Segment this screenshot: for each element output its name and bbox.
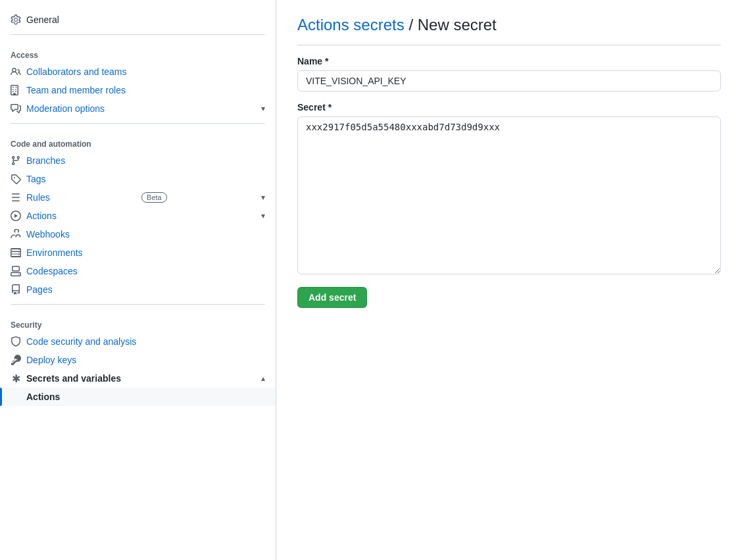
- sidebar-deploy-keys-label: Deploy keys: [26, 355, 76, 365]
- sidebar-item-rules[interactable]: Rules Beta ▾: [0, 188, 276, 207]
- server-icon: [11, 247, 21, 258]
- secret-label: Secret *: [297, 102, 721, 113]
- sidebar-item-secrets-variables[interactable]: ✱ Secrets and variables ▴: [0, 369, 276, 388]
- sidebar-item-pages[interactable]: Pages: [0, 280, 276, 299]
- name-input[interactable]: [297, 70, 721, 91]
- sidebar-item-codespaces[interactable]: Codespaces: [0, 262, 276, 280]
- webhook-icon: [11, 229, 21, 240]
- sidebar-item-branches[interactable]: Branches: [0, 151, 276, 170]
- secrets-chevron-icon: ▴: [261, 374, 265, 383]
- rules-icon: [11, 192, 21, 203]
- comment-icon: [11, 103, 21, 114]
- sidebar-environments-label: Environments: [26, 247, 83, 258]
- sidebar-item-environments[interactable]: Environments: [0, 243, 276, 262]
- beta-badge: Beta: [141, 192, 167, 203]
- secret-form-group: Secret * xxx2917f05d5a55480xxxabd7d73d9d…: [297, 102, 721, 276]
- sidebar-actions-sub-label: Actions: [26, 392, 60, 402]
- sidebar-item-tags[interactable]: Tags: [0, 170, 276, 188]
- branch-icon: [11, 155, 21, 166]
- sidebar-pages-label: Pages: [26, 284, 53, 295]
- sidebar-branches-label: Branches: [26, 155, 65, 166]
- sidebar-code-automation-section: Code and automation: [0, 129, 276, 151]
- sidebar-item-collaborators[interactable]: Collaborators and teams: [0, 63, 276, 81]
- page-title: Actions secrets / New secret: [297, 16, 721, 45]
- sidebar-security-section: Security: [0, 310, 276, 332]
- rules-chevron-icon: ▾: [261, 193, 265, 202]
- sidebar-item-webhooks[interactable]: Webhooks: [0, 225, 276, 243]
- secret-textarea[interactable]: xxx2917f05d5a55480xxxabd7d73d9d9xxx: [297, 116, 721, 274]
- breadcrumb-separator: / New secret: [408, 16, 496, 34]
- sidebar-divider-2: [11, 123, 265, 124]
- moderation-chevron-icon: ▾: [261, 104, 265, 113]
- gear-icon: [11, 14, 21, 25]
- organization-icon: [11, 85, 21, 95]
- sidebar-access-section: Access: [0, 40, 276, 63]
- shield-icon: [11, 336, 21, 347]
- tag-icon: [11, 174, 21, 184]
- sidebar-code-security-label: Code security and analysis: [26, 336, 136, 347]
- name-form-group: Name *: [297, 56, 721, 91]
- sidebar-tags-label: Tags: [26, 174, 46, 184]
- actions-chevron-icon: ▾: [261, 211, 265, 220]
- sidebar-item-moderation[interactable]: Moderation options ▾: [0, 99, 276, 118]
- main-content: Actions secrets / New secret Name * Secr…: [276, 0, 742, 560]
- sidebar-item-actions-sub[interactable]: Actions: [0, 388, 276, 406]
- breadcrumb-link[interactable]: Actions secrets: [297, 16, 405, 34]
- sidebar-item-code-security[interactable]: Code security and analysis: [0, 332, 276, 351]
- add-secret-button[interactable]: Add secret: [297, 287, 367, 308]
- pages-icon: [11, 284, 21, 295]
- sidebar-rules-label: Rules: [26, 192, 50, 203]
- people-icon: [11, 66, 21, 77]
- sidebar-general-label: General: [26, 14, 59, 25]
- asterisk-icon: ✱: [11, 373, 21, 384]
- sidebar-team-roles-label: Team and member roles: [26, 85, 126, 95]
- sidebar-divider-3: [11, 304, 265, 305]
- sidebar-collaborators-label: Collaborators and teams: [26, 66, 127, 77]
- sidebar-item-actions[interactable]: Actions ▾: [0, 207, 276, 225]
- sidebar-item-deploy-keys[interactable]: Deploy keys: [0, 351, 276, 369]
- sidebar-moderation-label: Moderation options: [26, 103, 105, 114]
- sidebar-item-team-roles[interactable]: Team and member roles: [0, 81, 276, 99]
- sidebar-secrets-variables-label: Secrets and variables: [26, 373, 121, 384]
- sidebar-codespaces-label: Codespaces: [26, 266, 78, 276]
- sidebar-divider-1: [11, 34, 265, 35]
- codespaces-icon: [11, 266, 21, 276]
- sidebar-actions-label: Actions: [26, 211, 57, 221]
- active-bar: [0, 388, 2, 406]
- play-icon: [11, 211, 21, 221]
- sidebar-item-general[interactable]: General: [0, 11, 276, 29]
- key-icon: [11, 355, 21, 365]
- sidebar: General Access Collaborators and teams T…: [0, 0, 276, 560]
- sidebar-webhooks-label: Webhooks: [26, 229, 70, 240]
- name-label: Name *: [297, 56, 721, 66]
